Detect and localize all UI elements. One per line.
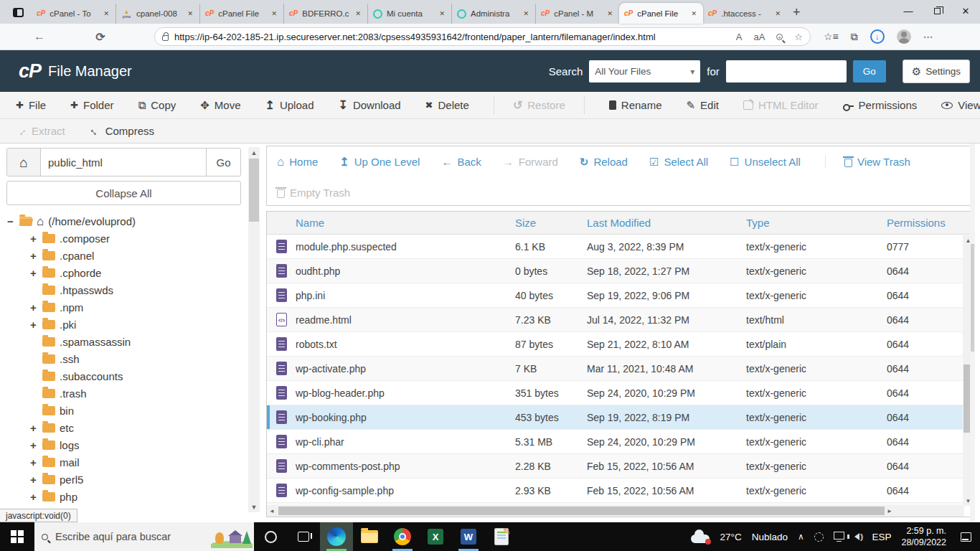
expand-icon[interactable]: + — [29, 232, 38, 245]
tab-actions-button[interactable] — [7, 4, 29, 21]
tab-close-icon[interactable]: ✕ — [270, 9, 278, 19]
table-row[interactable]: wp-activate.php7 KBMar 11, 2021, 10:48 A… — [267, 357, 974, 381]
weather-icon[interactable] — [691, 534, 710, 543]
table-row[interactable]: wp-blog-header.php351 bytesSep 24, 2020,… — [267, 381, 974, 405]
tree-item-dot-htpasswds[interactable]: .htpasswds — [0, 281, 244, 298]
table-row[interactable]: wp-cli.phar5.31 MBSep 24, 2020, 10:29 PM… — [267, 430, 974, 454]
tree-item-bin[interactable]: bin — [0, 402, 244, 419]
nav-back[interactable]: Back — [441, 156, 481, 168]
tree-root-item[interactable]: −(/home/evoluprod) — [0, 212, 244, 230]
collapse-all-button[interactable]: Collapse All — [6, 181, 241, 205]
browser-tab[interactable]: .htaccess -✕ — [703, 4, 787, 24]
browser-tab[interactable]: cpanel-008✕ — [116, 4, 199, 24]
file-name[interactable]: module.php.suspected — [296, 241, 515, 253]
table-row[interactable]: wp-comments-post.php2.28 KBFeb 15, 2022,… — [267, 454, 974, 479]
minimize-button[interactable]: — — [894, 0, 923, 22]
taskbar-edge-button[interactable] — [320, 522, 353, 551]
tree-item-dot-spamassassin[interactable]: .spamassassin — [0, 333, 244, 350]
network-icon[interactable] — [834, 532, 844, 540]
table-row[interactable]: readme.html7.23 KBJul 14, 2022, 11:32 PM… — [267, 308, 974, 332]
search-highlight-illustration[interactable] — [211, 525, 253, 548]
scroll-up-icon[interactable]: ▲ — [248, 147, 260, 158]
file-name[interactable]: wp-cli.phar — [296, 436, 515, 448]
taskbar-search[interactable] — [34, 522, 254, 551]
column-header-last-modified[interactable]: Last Modified — [587, 217, 746, 229]
tab-close-icon[interactable]: ✕ — [689, 9, 698, 19]
file-name[interactable]: robots.txt — [296, 339, 515, 350]
expand-icon[interactable]: + — [29, 491, 38, 503]
start-button[interactable] — [0, 522, 34, 551]
tree-item-dot-pki[interactable]: +.pki — [0, 316, 244, 333]
table-row[interactable]: wp-config-sample.php2.93 KBFeb 15, 2022,… — [267, 479, 974, 503]
browser-back-button[interactable]: ← — [29, 30, 50, 43]
weather-temp[interactable]: 27°C — [720, 532, 741, 542]
page-scrollbar[interactable] — [970, 143, 975, 522]
search-go-button[interactable]: Go — [853, 60, 886, 83]
clock[interactable]: 2:59 p. m. 28/09/2022 — [901, 525, 946, 549]
browser-tab[interactable]: cPanel File✕ — [619, 3, 703, 24]
tab-close-icon[interactable]: ✕ — [606, 9, 614, 19]
tree-item-dot-cpanel[interactable]: +.cpanel — [0, 247, 244, 264]
taskbar-word-button[interactable]: W — [452, 522, 485, 551]
tree-item-dot-ssh[interactable]: .ssh — [0, 350, 244, 367]
weather-desc[interactable]: Nublado — [752, 532, 788, 542]
toolbar-button-rename[interactable]: Rename — [609, 99, 662, 111]
expand-icon[interactable]: + — [29, 267, 38, 279]
browser-tab[interactable]: Mi cuenta✕ — [367, 4, 451, 24]
toolbar-button-move[interactable]: Move — [200, 99, 240, 111]
file-name[interactable]: oudht.php — [296, 265, 515, 277]
translate-icon[interactable]: aA — [753, 32, 765, 42]
favorites-bar-icon[interactable]: ☆≡ — [824, 31, 839, 42]
nav-reload[interactable]: Reload — [580, 156, 628, 168]
tab-close-icon[interactable]: ✕ — [522, 9, 530, 19]
language-indicator[interactable]: ESP — [872, 532, 891, 542]
toolbar-button-edit[interactable]: Edit — [687, 99, 719, 111]
profile-avatar[interactable] — [897, 29, 911, 44]
expand-icon[interactable]: + — [29, 474, 38, 486]
file-name[interactable]: wp-config-sample.php — [296, 485, 515, 496]
nav-up-one-level[interactable]: Up One Level — [339, 156, 420, 168]
task-view-button[interactable] — [287, 522, 320, 551]
cortana-button[interactable] — [254, 522, 287, 551]
tray-app-icon[interactable] — [814, 532, 824, 542]
expand-icon[interactable]: + — [29, 439, 38, 451]
toolbar-button-compress[interactable]: Compress — [90, 125, 154, 137]
tree-item-logs[interactable]: +logs — [0, 436, 244, 453]
tree-item-dot-npm[interactable]: +.npm — [0, 298, 244, 316]
settings-button[interactable]: Settings — [903, 60, 970, 83]
column-header-permissions[interactable]: Permissions — [887, 217, 974, 229]
browser-tab[interactable]: cPanel - M✕ — [535, 4, 619, 24]
tree-item-dot-subaccounts[interactable]: .subaccounts — [0, 367, 244, 385]
tab-close-icon[interactable]: ✕ — [438, 9, 446, 19]
scroll-thumb[interactable] — [971, 244, 974, 352]
path-go-button[interactable]: Go — [206, 149, 240, 176]
scroll-thumb[interactable] — [278, 507, 885, 515]
volume-icon[interactable]: )) — [854, 533, 862, 541]
browser-reload-button[interactable]: ⟳ — [90, 30, 111, 44]
tree-item-php[interactable]: +php — [0, 488, 244, 505]
toolbar-button-copy[interactable]: Copy — [138, 99, 176, 111]
address-bar[interactable]: https://ip-64-202-185-21.ip.secureserver… — [154, 27, 811, 46]
favorite-add-icon[interactable]: ☆ — [794, 32, 803, 42]
column-header-type[interactable]: Type — [746, 217, 887, 229]
expand-icon[interactable]: + — [29, 301, 38, 314]
table-row[interactable]: module.php.suspected6.1 KBAug 3, 2022, 8… — [267, 235, 974, 259]
search-scope-select[interactable]: All Your Files — [589, 60, 700, 83]
expand-icon[interactable]: + — [29, 422, 38, 434]
taskbar-notepad-button[interactable] — [485, 522, 518, 551]
nav-home[interactable]: Home — [277, 156, 318, 168]
tab-close-icon[interactable]: ✕ — [186, 9, 194, 19]
file-name[interactable]: wp-activate.php — [296, 363, 515, 375]
browser-tab[interactable]: cPanel - To✕ — [32, 4, 116, 24]
restore-button[interactable] — [923, 0, 951, 22]
browser-tab[interactable]: cPanel File✕ — [199, 4, 283, 24]
toolbar-button-upload[interactable]: Upload — [265, 99, 314, 111]
tree-item-etc[interactable]: +etc — [0, 419, 244, 436]
taskbar-chrome-button[interactable] — [386, 522, 419, 551]
toolbar-button-file[interactable]: File — [16, 99, 46, 111]
taskbar-excel-button[interactable]: X — [419, 522, 452, 551]
sidebar-home-button[interactable]: ⌂ — [7, 149, 41, 176]
nav-view-trash[interactable]: View Trash — [825, 156, 910, 168]
action-center-icon[interactable] — [961, 532, 971, 542]
toolbar-button-download[interactable]: Download — [338, 99, 400, 111]
